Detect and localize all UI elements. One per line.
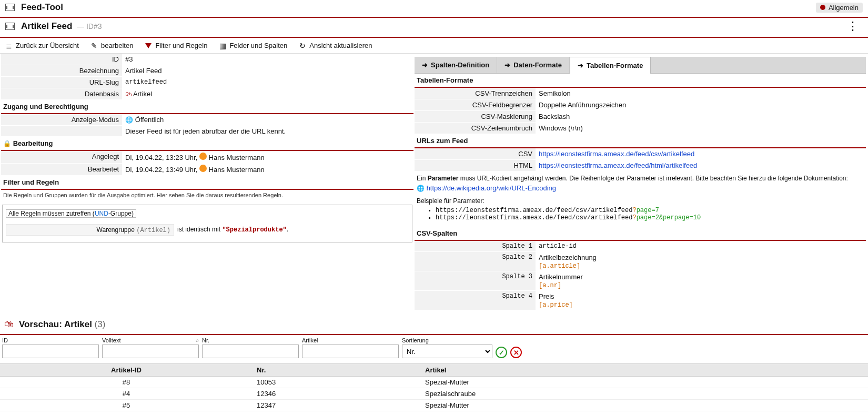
search-article-label: Artikel (302, 337, 399, 343)
arrow-icon (504, 61, 510, 69)
rule-operator: ist identisch mit "Spezialprodukte". (174, 226, 291, 234)
tab-data-formats[interactable]: Daten-Formate (497, 57, 570, 73)
search-volltext-label: Volltext⌕ (102, 337, 199, 343)
example-item: https://leonstestfirma.ameax.de/feed/csv… (436, 214, 866, 221)
prop-id-value: #3 (122, 54, 413, 65)
properties-table: ID#3 BezeichnungArtikel Feed URL-Slugart… (1, 54, 413, 100)
cell-nr: 12347 (253, 400, 421, 411)
world-icon (417, 184, 425, 192)
rule-field: Warengruppe (Artikel) (6, 224, 174, 236)
example-item: https://leonstestfirma.ameax.de/feed/csv… (436, 207, 866, 214)
action-toolbar: Zurück zur Übersicht bearbeiten Filter u… (0, 38, 868, 54)
prop-bez-label: Bezeichnung (1, 65, 122, 77)
arrow-icon (422, 61, 428, 69)
refresh-icon (299, 42, 306, 49)
access-table: Anzeige-Modus Öffentlich Dieser Feed ist… (1, 114, 413, 137)
url-encoding-doc-link[interactable]: https://de.wikipedia.org/wiki/URL-Encodi… (427, 184, 556, 192)
search-nr-label: Nr. (202, 337, 299, 343)
apply-filter-button[interactable] (496, 347, 507, 358)
created-value: Di, 19.04.22, 13:23 Uhr, Hans Mustermann (122, 151, 413, 163)
rules-group-header: Alle Regeln müssen zutreffen (UND-Gruppe… (6, 209, 136, 218)
search-volltext-input[interactable] (102, 345, 199, 358)
edited-value: Di, 19.04.22, 13:49 Uhr, Hans Mustermann (122, 163, 413, 175)
kebab-menu-icon[interactable]: ⋮ (843, 23, 863, 30)
html-url-link[interactable]: https://leonstestfirma.ameax.de/feed/htm… (539, 161, 697, 169)
arrow-icon (578, 62, 583, 69)
fields-columns-button[interactable]: Felder und Spalten (219, 42, 287, 49)
filter-rules-button[interactable]: Filter und Regeln (145, 42, 207, 49)
preview-data-table: Artikel-ID Nr. Artikel #810053Spezial-Mu… (0, 363, 868, 411)
examples-list: https://leonstestfirma.ameax.de/feed/csv… (415, 207, 866, 221)
status-dot-icon (820, 5, 825, 10)
cell-article: Spezialschraube (421, 388, 868, 400)
access-mode-value: Öffentlich (122, 114, 413, 126)
bag-icon (4, 319, 14, 330)
clear-filter-button[interactable] (510, 347, 522, 358)
search-id-input[interactable] (2, 345, 99, 358)
app-title: Feed-Tool (21, 2, 63, 13)
urls-table: CSVhttps://leonstestfirma.ameax.de/feed/… (415, 148, 866, 171)
rule-row: Warengruppe (Artikel) ist identisch mit … (3, 219, 412, 242)
back-to-overview-button[interactable]: Zurück zur Übersicht (5, 42, 79, 49)
access-mode-desc: Dieser Feed ist für jeden abrufbar der d… (122, 126, 413, 137)
search-nr-input[interactable] (202, 345, 299, 358)
table-formats-heading: Tabellen-Formate (415, 74, 866, 88)
page-icon (5, 23, 15, 30)
cell-article: Spezial-Mutter (421, 400, 868, 411)
examples-heading: Beispiele für Parameter: (415, 195, 866, 207)
edited-label: Bearbeitet (1, 163, 122, 175)
created-label: Angelegt (1, 151, 122, 163)
table-row[interactable]: #810053Spezial-Mutter (0, 377, 868, 388)
access-mode-label: Anzeige-Modus (1, 114, 122, 126)
user-badge-icon (199, 153, 207, 160)
csv-columns-heading: CSV-Spalten (415, 227, 866, 241)
page-title: Artikel Feed — ID#3 (21, 21, 102, 32)
prop-bez-value: Artikel Feed (122, 65, 413, 77)
cell-article-id: #4 (0, 388, 253, 400)
search-id-label: ID (2, 337, 99, 343)
refresh-view-button[interactable]: Ansicht aktualisieren (299, 42, 372, 49)
prop-slug-label: URL-Slug (1, 77, 122, 88)
tab-table-formats[interactable]: Tabellen-Formate (570, 57, 651, 74)
param-info: Ein Parameter muss URL-Kodiert angehängt… (415, 171, 866, 183)
table-row[interactable]: #512347Spezial-Mutter (0, 400, 868, 411)
urls-heading: URLs zum Feed (415, 134, 866, 148)
search-sort-label: Sortierung (402, 337, 492, 343)
filter-icon (145, 42, 152, 49)
preview-search-row: ID Volltext⌕ Nr. Artikel Sortierung Nr. (0, 335, 868, 363)
preview-header: Vorschau: Artikel (3) (0, 316, 868, 335)
col-nr[interactable]: Nr. (253, 364, 421, 377)
prop-id-label: ID (1, 54, 122, 65)
prop-basis-label: Datenbasis (1, 88, 122, 100)
cell-article-id: #8 (0, 377, 253, 388)
tab-column-definition[interactable]: Spalten-Definition (415, 57, 497, 73)
filter-hint: Die Regeln und Gruppen wurden für die Au… (1, 190, 413, 203)
filter-heading: Filter und Regeln (1, 176, 413, 190)
cell-article-id: #5 (0, 400, 253, 411)
prop-basis-value: Artikel (122, 88, 413, 100)
cell-nr: 12346 (253, 388, 421, 400)
table-formats-table: CSV-TrennzeichenSemikolon CSV-Feldbegren… (415, 88, 866, 134)
user-badge-icon (199, 165, 207, 172)
pencil-icon (90, 42, 98, 49)
lock-icon (3, 139, 11, 147)
access-heading: Zugang und Berechtigung (1, 100, 413, 114)
search-sort-select[interactable]: Nr. (402, 345, 492, 358)
app-icon (5, 4, 15, 11)
table-row[interactable]: #412346Spezialschraube (0, 388, 868, 400)
grid-icon (219, 42, 226, 49)
col-article[interactable]: Artikel (421, 364, 868, 377)
editinfo-table: Angelegt Di, 19.04.22, 13:23 Uhr, Hans M… (1, 151, 413, 176)
cell-nr: 10053 (253, 377, 421, 388)
edit-button[interactable]: bearbeiten (90, 42, 133, 49)
bag-icon (125, 90, 132, 98)
search-article-input[interactable] (302, 345, 399, 358)
cell-article: Spezial-Mutter (421, 377, 868, 388)
csv-columns-table: Spalte 1article-id Spalte 2Artikelbezeic… (415, 241, 866, 310)
context-tag[interactable]: Allgemein (816, 3, 863, 13)
col-article-id[interactable]: Artikel-ID (0, 364, 253, 377)
csv-url-link[interactable]: https://leonstestfirma.ameax.de/feed/csv… (539, 150, 694, 158)
doc-link-row: https://de.wikipedia.org/wiki/URL-Encodi… (415, 183, 866, 195)
page-header: Artikel Feed — ID#3 ⋮ (0, 18, 868, 38)
prop-slug-value: artikelfeed (122, 77, 413, 88)
